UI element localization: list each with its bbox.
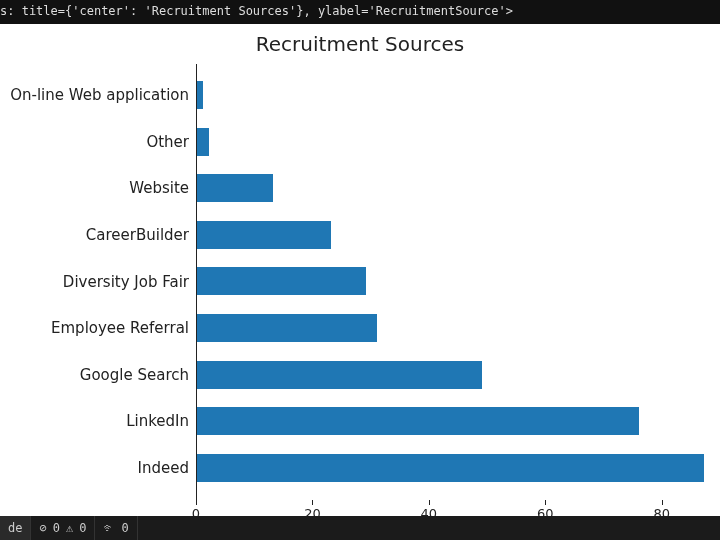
radio-tower-icon: ᯤ xyxy=(103,516,115,540)
status-problems[interactable]: ⊘ 0 ⚠ 0 xyxy=(31,516,95,540)
bar xyxy=(197,174,273,202)
status-left-label: de xyxy=(8,516,22,540)
bar-label: Indeed xyxy=(138,459,189,477)
no-error-icon: ⊘ xyxy=(39,516,46,540)
bar xyxy=(197,454,704,482)
bar-label: On-line Web application xyxy=(10,86,189,104)
bar xyxy=(197,314,377,342)
statusbar: de ⊘ 0 ⚠ 0 ᯤ 0 xyxy=(0,516,720,540)
bar-label: Google Search xyxy=(80,366,189,384)
bars-container: On-line Web applicationOtherWebsiteCaree… xyxy=(197,72,720,492)
error-count: 0 xyxy=(53,516,60,540)
bar-label: CareerBuilder xyxy=(86,226,189,244)
chart-area: Recruitment Sources On-line Web applicat… xyxy=(0,24,720,500)
tick-mark xyxy=(429,500,430,505)
bar-row: Google Search xyxy=(197,352,720,399)
bar xyxy=(197,361,482,389)
bar-label: Website xyxy=(129,179,189,197)
bar-label: LinkedIn xyxy=(126,412,189,430)
warning-count: 0 xyxy=(79,516,86,540)
ports-count: 0 xyxy=(121,516,128,540)
status-ports[interactable]: ᯤ 0 xyxy=(95,516,137,540)
bar xyxy=(197,81,203,109)
chart-title: Recruitment Sources xyxy=(0,32,720,56)
bar-row: CareerBuilder xyxy=(197,212,720,259)
plot-axes: On-line Web applicationOtherWebsiteCaree… xyxy=(196,64,720,500)
bar xyxy=(197,267,366,295)
bar xyxy=(197,128,209,156)
tick-mark xyxy=(196,500,197,505)
bar xyxy=(197,407,639,435)
bar-row: On-line Web application xyxy=(197,72,720,119)
bar xyxy=(197,221,331,249)
bar-row: Indeed xyxy=(197,445,720,492)
notebook-output-repr: s: title={'center': 'Recruitment Sources… xyxy=(0,0,720,24)
status-left[interactable]: de xyxy=(0,516,31,540)
bar-label: Other xyxy=(146,133,189,151)
bar-row: Website xyxy=(197,165,720,212)
bar-row: LinkedIn xyxy=(197,398,720,445)
bar-label: Employee Referral xyxy=(51,319,189,337)
code-text: s: title={'center': 'Recruitment Sources… xyxy=(0,4,513,18)
bar-row: Employee Referral xyxy=(197,305,720,352)
bar-row: Other xyxy=(197,119,720,166)
tick-mark xyxy=(312,500,313,505)
bar-label: Diversity Job Fair xyxy=(63,273,189,291)
bar-row: Diversity Job Fair xyxy=(197,258,720,305)
tick-mark xyxy=(662,500,663,505)
tick-mark xyxy=(545,500,546,505)
warning-icon: ⚠ xyxy=(66,516,73,540)
